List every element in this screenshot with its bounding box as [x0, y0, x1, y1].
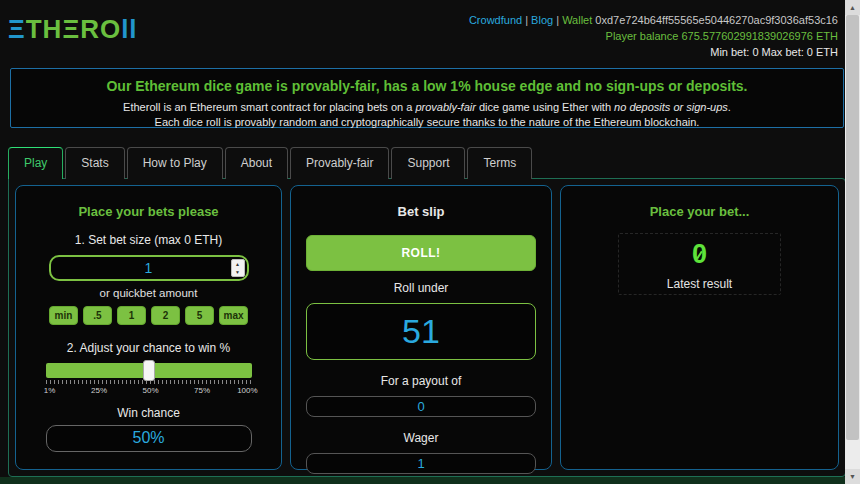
wager-label: Wager — [306, 431, 536, 445]
nav-separator: | — [522, 14, 531, 26]
tab-stats[interactable]: Stats — [65, 147, 124, 179]
result-panel: Place your bet... 0 Latest result — [560, 185, 839, 470]
tick-label: 25% — [91, 386, 107, 395]
bet-size-label: 1. Set bet size (max 0 ETH) — [31, 233, 266, 247]
panel-title: Place your bet... — [576, 204, 823, 219]
latest-result-label: Latest result — [619, 277, 780, 291]
tab-support[interactable]: Support — [391, 147, 465, 179]
banner-line2: Each dice roll is provably random and cr… — [11, 115, 843, 130]
payout-label: For a payout of — [306, 374, 536, 388]
quickbet-5-button[interactable]: 5 — [185, 306, 214, 325]
quickbet-2-button[interactable]: 2 — [151, 306, 180, 325]
banner-line1: Etheroll is an Ethereum smart contract f… — [11, 100, 843, 115]
panel-title: Place your bets please — [31, 204, 266, 219]
bet-slip-panel: Bet slip ROLL! Roll under 51 For a payou… — [290, 185, 552, 470]
tab-terms[interactable]: Terms — [467, 147, 532, 179]
wager-value: 1 — [306, 453, 536, 474]
tick-label: 50% — [143, 386, 159, 395]
bet-size-field: ▲ ▼ — [49, 255, 249, 281]
logo-part: THΞRO — [26, 14, 121, 44]
slider-track[interactable] — [46, 363, 252, 378]
panel-title: Bet slip — [306, 204, 536, 219]
banner-headline: Our Ethereum dice game is provably-fair,… — [11, 78, 843, 94]
scrollbar-thumb[interactable] — [846, 15, 859, 440]
place-bets-panel: Place your bets please 1. Set bet size (… — [15, 185, 282, 470]
bet-limits: Min bet: 0 Max bet: 0 ETH — [469, 44, 838, 60]
quickbet-buttons: min .5 1 2 5 max — [31, 306, 266, 325]
blog-link[interactable]: Blog — [531, 14, 553, 26]
tab-how-to-play[interactable]: How to Play — [127, 147, 223, 179]
win-chance-slider: 1% 25% 50% 75% 100% — [46, 363, 252, 397]
promo-banner: Our Ethereum dice game is provably-fair,… — [10, 68, 844, 128]
latest-result-value: 0 — [692, 239, 707, 269]
logo-part: Ξ — [8, 14, 26, 44]
tick-label: 100% — [237, 386, 257, 395]
nav-separator: | — [553, 14, 562, 26]
scroll-up-icon[interactable]: ▲ — [845, 0, 860, 15]
spinner-down-icon[interactable]: ▼ — [232, 268, 244, 276]
vertical-scrollbar[interactable]: ▲ ▼ — [845, 0, 860, 484]
win-chance-label: Win chance — [31, 406, 266, 420]
tab-provably-fair[interactable]: Provably-fair — [290, 147, 389, 179]
quickbet-half-button[interactable]: .5 — [83, 306, 112, 325]
payout-value: 0 — [306, 396, 536, 417]
wallet-label: Wallet — [562, 14, 592, 26]
roll-button[interactable]: ROLL! — [306, 235, 536, 271]
chance-label: 2. Adjust your chance to win % — [31, 341, 266, 355]
slider-tick-labels: 1% 25% 50% 75% 100% — [46, 386, 252, 397]
crowdfund-link[interactable]: Crowdfund — [469, 14, 522, 26]
latest-result-box: 0 Latest result — [618, 233, 781, 295]
bet-size-spinner: ▲ ▼ — [231, 259, 245, 277]
quickbet-min-button[interactable]: min — [49, 306, 78, 325]
roll-under-label: Roll under — [306, 281, 536, 295]
tab-bar: Play Stats How to Play About Provably-fa… — [8, 147, 534, 179]
tick-label: 1% — [44, 386, 56, 395]
header-nav-line: Crowdfund | Blog | Wallet 0xd7e724b64ff5… — [469, 12, 838, 28]
spinner-up-icon[interactable]: ▲ — [232, 260, 244, 268]
play-tab-content: Place your bets please 1. Set bet size (… — [8, 178, 846, 477]
quickbet-1-button[interactable]: 1 — [117, 306, 146, 325]
etheroll-logo[interactable]: ΞTHΞROll — [8, 14, 138, 45]
logo-part: ll — [121, 14, 137, 44]
slider-handle[interactable] — [143, 360, 155, 381]
tick-label: 75% — [194, 386, 210, 395]
quickbet-max-button[interactable]: max — [219, 306, 248, 325]
scroll-down-icon[interactable]: ▼ — [845, 469, 860, 484]
tab-play[interactable]: Play — [8, 147, 63, 179]
win-chance-value: 50% — [46, 425, 252, 452]
player-balance: Player balance 675.577602991839026976 ET… — [469, 28, 838, 44]
tab-about[interactable]: About — [225, 147, 288, 179]
roll-under-value: 51 — [306, 303, 536, 360]
quickbet-label: or quickbet amount — [31, 287, 266, 299]
bet-size-input[interactable] — [51, 257, 247, 279]
wallet-address: 0xd7e724b64ff55565e50446270ac9f3036af53c… — [595, 14, 838, 26]
footer-strip — [0, 477, 860, 484]
header-info: Crowdfund | Blog | Wallet 0xd7e724b64ff5… — [469, 12, 838, 60]
